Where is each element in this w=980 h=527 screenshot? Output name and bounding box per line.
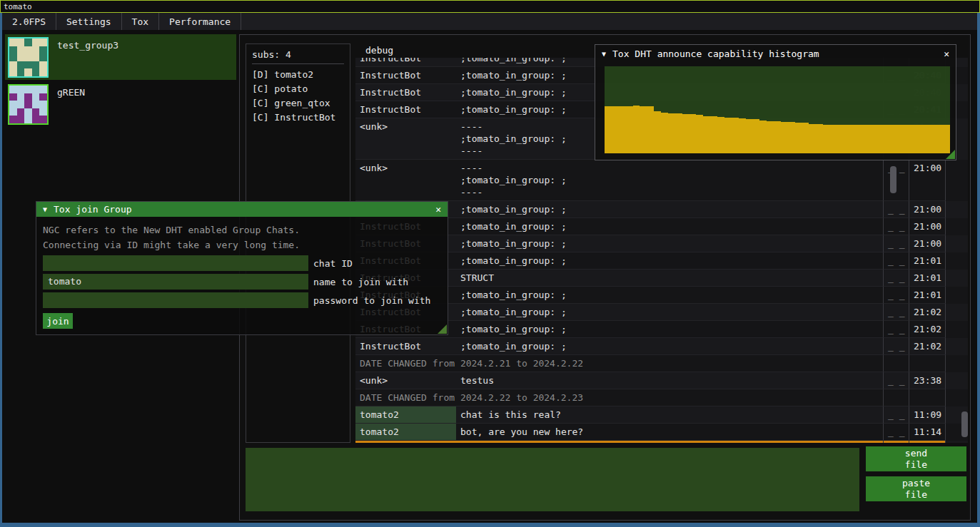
collapse-arrow-icon[interactable]: ▼ [602,50,606,58]
window-title: tomato [4,2,32,11]
message-status [883,355,909,372]
join-password-label: password to join with [313,295,430,306]
member-item[interactable]: [C] InstructBot [252,111,344,125]
histogram-bar [619,106,626,153]
members-count: subs: 4 [252,49,344,64]
menu-item-2.0fps[interactable]: 2.0FPS [2,13,56,30]
menu-item-performance[interactable]: Performance [159,13,241,30]
member-item[interactable]: [C] green_qtox [252,96,344,111]
avatar-pixel [39,108,47,116]
group-row-gREEN[interactable]: gREEN [5,81,236,127]
status-flag: _ [888,272,894,283]
member-item[interactable]: [C] potato [252,82,344,96]
join-button[interactable]: join [43,313,73,329]
avatar-pixel [17,116,25,123]
avatar-pixel [9,39,17,46]
message-status: _ _ [883,304,909,321]
window-border-right [977,13,980,527]
histogram-bar [661,113,668,153]
message-input[interactable] [246,448,859,511]
message-timestamp: 21:00 [909,201,946,218]
message-timestamp: 21:00 [909,235,946,252]
avatar-pixel [32,116,40,123]
avatar-pixel [39,46,47,54]
message-text: testus [456,372,883,389]
histogram-bar [872,125,879,153]
close-icon[interactable]: ✕ [944,48,949,59]
sender-name: InstructBot [355,101,456,118]
status-flag: _ [888,204,894,215]
message-row[interactable]: <unk>testus_ _23:38 [355,372,968,389]
os-titlebar[interactable]: tomato [0,0,980,13]
avatar-pixel [9,101,17,108]
window-scrollbar-thumb[interactable] [961,411,968,437]
status-flag: _ [888,426,894,437]
histogram-bar [647,106,654,153]
paste-file-button[interactable]: paste file [866,476,966,501]
sender-name: <unk> [355,372,456,389]
tab-debug[interactable]: debug [355,45,403,56]
histogram-bar [865,125,872,153]
avatar-pixel [24,93,32,101]
dht-histogram-titlebar[interactable]: ▼ Tox DHT announce capability histogram … [595,45,956,62]
avatar-pixel [17,53,25,61]
histogram-bar [844,125,852,153]
histogram-bar [710,116,717,153]
resize-grip[interactable] [946,150,955,159]
member-item[interactable]: [D] tomato2 [252,68,344,82]
menu-item-tox[interactable]: Tox [122,13,159,30]
histogram-bar [908,125,915,153]
histogram-bar [746,119,753,153]
histogram-bar [929,125,936,153]
message-row[interactable]: InstructBot;tomato_in_group: ;_ _21:02 [355,338,968,355]
join-password-input[interactable] [43,292,308,308]
message-timestamp: 21:01 [909,252,946,270]
avatar-pixel [9,86,17,93]
message-text: ;tomato_in_group: ; [456,201,883,218]
close-icon[interactable]: ✕ [435,204,441,215]
message-text: No, I've been in this group for quite so… [456,441,883,443]
join-name-input[interactable]: tomato [43,274,308,290]
menu-item-settings[interactable]: Settings [56,13,122,30]
histogram-bar [640,106,647,153]
message-row[interactable]: tomato2bot, are you new here?_ _11:14 [355,424,968,441]
message-status: _ _ [883,338,909,355]
message-status: _ _ [883,424,909,441]
status-flag: _ [888,324,894,334]
histogram-bar [717,117,724,153]
message-row[interactable]: tomato2chat is this real?_ _11:09 [355,406,968,424]
avatar-pixel [24,101,32,108]
status-flag: _ [894,204,905,215]
histogram-bar [703,116,710,153]
message-status: _ _ [883,321,909,338]
histogram-bar [859,125,866,153]
histogram-bar [774,121,781,153]
message-timestamp: 11:09 [909,406,946,424]
group-row-test_group3[interactable]: test_group3 [5,34,236,80]
join-group-window: ▼ Tox join Group ✕ NGC refers to the New… [36,201,448,335]
message-text: ;tomato_in_group: ; [456,338,883,355]
resize-grip[interactable] [438,324,447,334]
avatar-pixel [9,53,17,61]
message-row[interactable]: <unk>---- ;tomato_in_group: ; ----_ _21:… [355,160,968,201]
chat-id-input[interactable] [43,255,308,271]
group-name: test_group3 [57,40,118,51]
message-text: ;tomato_in_group: ; [456,287,883,304]
histogram-bar [809,124,816,153]
dht-histogram-title: Tox DHT announce capability histogram [612,48,819,59]
send-file-button[interactable]: send file [866,446,966,471]
date-changed-text: DATE CHANGED from 2024.2.21 to 2024.2.22 [355,355,883,372]
message-status: _ _ [883,287,909,304]
avatar-pixel [24,68,32,76]
join-group-body: NGC refers to the New DHT enabled Group … [36,217,448,334]
group-avatar [8,84,49,125]
status-flag: _ [888,290,894,300]
collapse-arrow-icon[interactable]: ▼ [43,205,47,213]
status-flag: _ [894,290,905,300]
message-text: ---- ;tomato_in_group: ; ---- [456,160,883,201]
join-group-titlebar[interactable]: ▼ Tox join Group ✕ [36,202,448,217]
message-scrollbar-thumb[interactable] [890,166,896,193]
sender-name: InstructBot [355,58,456,67]
message-row[interactable]: InstructBotNo, I've been in this group f… [355,441,968,443]
message-timestamp: 11:15 [909,441,946,443]
